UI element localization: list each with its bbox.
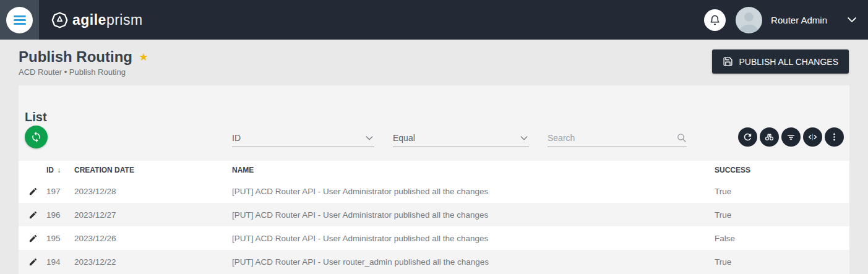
pencil-icon — [28, 187, 38, 196]
person-silhouette-icon — [736, 7, 762, 33]
table-row[interactable]: 195 2023/12/26 [PUT] ACD Router API - Us… — [19, 226, 849, 250]
save-icon — [723, 56, 733, 67]
chevron-down-icon — [519, 133, 529, 143]
cell-id: 195 — [46, 234, 74, 243]
code-divider-icon — [807, 132, 818, 142]
pencil-icon — [28, 257, 38, 267]
pencil-icon — [28, 234, 38, 243]
edit-row-button[interactable] — [19, 187, 46, 196]
view-columns-button[interactable] — [760, 127, 779, 147]
bell-icon — [709, 14, 721, 26]
table-row[interactable]: 197 2023/12/28 [PUT] ACD Router API - Us… — [19, 179, 849, 203]
user-name: Router Admin — [771, 15, 827, 25]
pencil-icon — [28, 210, 38, 220]
search-icon — [676, 132, 687, 143]
filter-operator-select[interactable]: Equal — [393, 129, 529, 147]
filter-button[interactable] — [781, 127, 801, 147]
cell-id: 196 — [46, 210, 74, 220]
refresh-icon — [742, 132, 753, 142]
cell-creation-date: 2023/12/28 — [74, 187, 232, 196]
page-header: Publish Routing ★ ACD Router • Publish R… — [0, 40, 868, 77]
cell-success: True — [715, 257, 849, 267]
cell-name: [PUT] ACD Router API - User Administrato… — [232, 210, 715, 220]
user-menu-toggle[interactable] — [846, 14, 858, 26]
column-header-name[interactable]: NAME — [232, 166, 715, 174]
cell-name: [PUT] ACD Router API - User Administrato… — [232, 234, 715, 243]
publish-history-table: ID ↓ CREATION DATE NAME SUCCESS 197 2023… — [19, 161, 849, 273]
search-input[interactable] — [548, 133, 676, 143]
sort-desc-icon: ↓ — [57, 166, 61, 174]
kebab-menu-icon — [829, 132, 840, 142]
cell-creation-date: 2023/12/22 — [74, 257, 232, 267]
cell-success: False — [715, 234, 849, 243]
edit-row-button[interactable] — [19, 257, 46, 267]
table-header-row: ID ↓ CREATION DATE NAME SUCCESS — [19, 161, 849, 179]
list-card: List ID Equal — [19, 85, 849, 274]
sync-button[interactable] — [25, 126, 48, 148]
search-field — [548, 129, 687, 147]
hamburger-icon — [6, 7, 33, 33]
list-title: List — [25, 110, 47, 124]
filter-field-value: ID — [232, 133, 364, 143]
table-toolbar — [738, 127, 844, 147]
column-header-creation-date[interactable]: CREATION DATE — [74, 166, 232, 174]
cell-name: [PUT] ACD Router API - User Administrato… — [232, 187, 715, 196]
sync-icon — [30, 131, 42, 143]
cell-creation-date: 2023/12/27 — [74, 210, 232, 220]
publish-button-label: PUBLISH ALL CHANGES — [739, 57, 838, 67]
app-logo-text: agileprism — [72, 12, 143, 28]
cell-creation-date: 2023/12/26 — [74, 234, 232, 243]
agileprism-logo-icon — [51, 12, 68, 28]
edit-row-button[interactable] — [19, 234, 46, 243]
cell-id: 197 — [46, 187, 74, 196]
column-header-success[interactable]: SUCCESS — [715, 166, 849, 174]
edit-row-button[interactable] — [19, 210, 46, 220]
user-avatar[interactable] — [736, 7, 762, 33]
filter-operator-value: Equal — [393, 133, 519, 143]
publish-all-changes-button[interactable]: PUBLISH ALL CHANGES — [712, 49, 849, 74]
more-options-button[interactable] — [825, 127, 844, 147]
top-navbar: agileprism Router Admin — [0, 0, 868, 40]
chevron-down-icon — [846, 14, 858, 26]
column-header-id[interactable]: ID ↓ — [46, 166, 74, 174]
binoculars-icon — [764, 132, 775, 142]
hamburger-menu-button[interactable] — [0, 0, 39, 40]
cell-success: True — [715, 210, 849, 220]
filter-field-select[interactable]: ID — [232, 129, 374, 147]
table-row[interactable]: 196 2023/12/27 [PUT] ACD Router API - Us… — [19, 203, 849, 226]
page-title: Publish Routing — [19, 48, 132, 66]
cell-name: [PUT] ACD Router API - User router_admin… — [232, 257, 715, 267]
cell-success: True — [715, 187, 849, 196]
notifications-button[interactable] — [704, 9, 726, 31]
filter-icon — [786, 132, 796, 142]
app-logo: agileprism — [51, 12, 143, 28]
favorite-star-icon[interactable]: ★ — [139, 51, 148, 63]
cell-id: 194 — [46, 257, 74, 267]
table-row[interactable]: 194 2023/12/22 [PUT] ACD Router API - Us… — [19, 250, 849, 273]
dev-mode-button[interactable] — [803, 127, 822, 147]
refresh-button[interactable] — [738, 127, 757, 147]
chevron-down-icon — [364, 133, 374, 143]
